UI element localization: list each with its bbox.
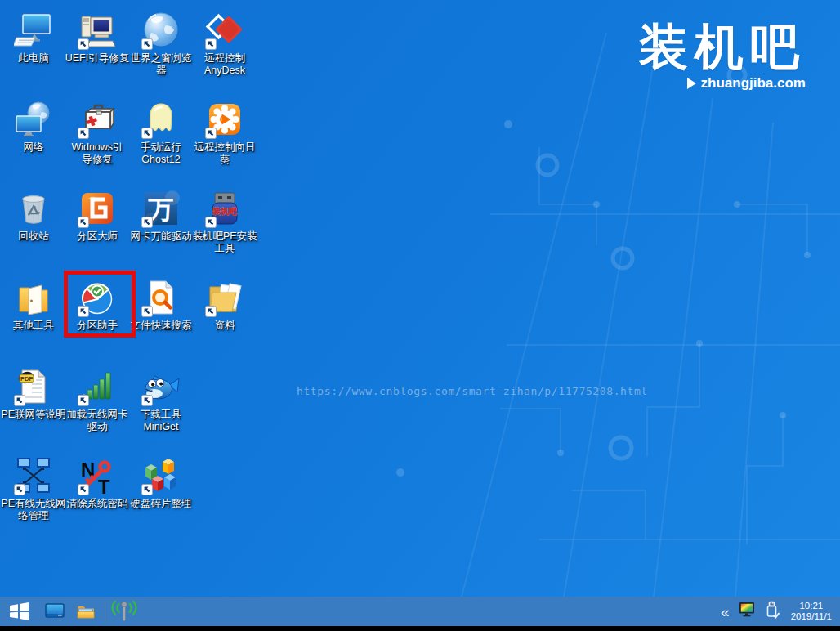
svg-text:PDF: PDF (20, 375, 33, 383)
system-tray: « 10: (719, 600, 840, 623)
ghost-icon (141, 100, 181, 139)
antenna-signal-icon (111, 599, 137, 624)
zhuangjiba-logo: 装机吧 zhuangjiba.com (639, 21, 806, 92)
desktop-icon-other-tools[interactable]: 其他工具 (2, 271, 65, 360)
desktop-icon-network[interactable]: 网络 (2, 93, 65, 182)
desktop-icon-grid: 此电脑 UEFI引导修复 世界之窗浏览 器 (2, 4, 257, 539)
windows-logo-icon (7, 599, 32, 624)
pdf-document-icon: PDF (14, 367, 53, 406)
desktop-icon-this-pc[interactable]: 此电脑 (2, 4, 65, 93)
desktop-icon-universal-nic-driver[interactable]: 万 网卡万能驱动 (129, 182, 193, 271)
this-pc-icon (14, 11, 53, 50)
desktop-preview-icon (45, 602, 65, 621)
recycle-bin-icon (14, 189, 53, 228)
desktop-icon-ghost12[interactable]: 手动运行 Ghost12 (129, 93, 193, 182)
desktop-icon-anydesk-remote[interactable]: 远程控制 AnyDesk (193, 4, 257, 93)
watermark-url: https://www.cnblogs.com/smart-zihan/p/11… (297, 385, 648, 397)
desktop-icon-clear-system-password[interactable]: N T 清除系统密码 (65, 450, 129, 539)
colored-cubes-icon (141, 456, 181, 495)
nt-key-icon: N T (78, 456, 117, 495)
usb-eject-icon (764, 600, 780, 620)
desktop-icon-pe-network-guide[interactable]: PDF PE联网等说明 (2, 360, 65, 450)
taskbar-clock[interactable]: 10:21 2019/11/1 (788, 601, 832, 622)
desktop-icon-wireless-nic-driver[interactable]: 加载无线网卡 驱动 (65, 360, 129, 450)
signal-bars-icon (78, 367, 117, 406)
desktop-icon-label: 远程控制向日 葵 (186, 141, 263, 166)
svg-text:T: T (98, 476, 110, 495)
desktop-icon-pe-network-manager[interactable]: PE有线无线网 络管理 (2, 450, 65, 539)
desktop-icon-disk-defrag[interactable]: 硬盘碎片整理 (129, 450, 193, 539)
desktop-icon-windows-boot-repair[interactable]: Widnows引 导修复 (65, 93, 129, 182)
file-explorer-button[interactable] (70, 597, 101, 626)
logo-triangle-icon (687, 78, 696, 89)
sunlogin-icon (205, 100, 244, 139)
show-desktop-button[interactable] (39, 597, 70, 626)
usb-installer-icon: 装机吧 (205, 189, 244, 228)
diskgenius-icon (78, 189, 117, 228)
uefi-boot-repair-icon (78, 11, 117, 50)
clock-time: 10:21 (791, 601, 832, 611)
desktop-icon-data-folder[interactable]: 资料 (193, 271, 257, 360)
desktop-icon-label: 硬盘碎片整理 (123, 498, 199, 510)
network-diagram-icon (14, 456, 53, 495)
start-button[interactable] (0, 597, 39, 626)
open-door-folder-icon (14, 278, 53, 317)
pe-desktop: 此电脑 UEFI引导修复 世界之窗浏览 器 (0, 0, 840, 631)
desktop-icon-uefi-boot-repair[interactable]: UEFI引导修复 (65, 4, 129, 93)
desktop-icon-label: 远程控制 AnyDesk (186, 52, 263, 77)
taskbar: « 10: (0, 597, 840, 626)
desktop-icon-partition-assistant[interactable]: 分区助手 (65, 271, 129, 360)
clock-date: 2019/11/1 (791, 611, 832, 622)
desktop-icon-label: 下载工具 MiniGet (123, 409, 199, 433)
globe-browser-icon (141, 11, 181, 50)
desktop-icon-label: 装机吧PE安装 工具 (186, 230, 263, 255)
folder-icon (76, 602, 96, 621)
fish-icon (141, 367, 181, 406)
wan-driver-icon: 万 (141, 189, 181, 228)
taskbar-divider (105, 602, 105, 621)
desktop-icon-miniget-downloader[interactable]: 下载工具 MiniGet (129, 360, 193, 450)
desktop-icon-zhuangjiba-pe-installer[interactable]: 装机吧 装机吧PE安装 工具 (193, 182, 257, 271)
toolbox-icon (78, 100, 117, 139)
safely-remove-usb-tray-button[interactable] (764, 600, 780, 623)
wireless-antenna-tray-button[interactable] (109, 597, 140, 626)
desktop-icon-recycle-bin[interactable]: 回收站 (2, 182, 65, 271)
color-display-icon (739, 602, 757, 618)
network-globe-icon (14, 100, 53, 139)
desktop-icon-world-window-browser[interactable]: 世界之窗浏览 器 (129, 4, 193, 93)
bottom-black-strip (0, 626, 840, 631)
partition-assistant-icon (78, 278, 117, 317)
desktop-icon-label: 资料 (186, 320, 263, 332)
logo-title: 装机吧 (639, 21, 806, 74)
tray-overflow-chevron[interactable]: « (719, 604, 731, 620)
file-search-icon (141, 278, 181, 317)
desktop-icon-sunlogin-remote[interactable]: 远程控制向日 葵 (193, 93, 257, 182)
logo-subtitle: zhuangjiba.com (701, 75, 806, 92)
documents-folder-icon (205, 278, 244, 317)
display-settings-tray-button[interactable] (739, 602, 757, 621)
desktop-icon-file-quick-search[interactable]: 文件快速搜索 (129, 271, 193, 360)
desktop-icon-diskgenius[interactable]: 分区大师 (65, 182, 129, 271)
svg-text:装机吧: 装机吧 (212, 207, 237, 216)
anydesk-icon (205, 11, 244, 50)
